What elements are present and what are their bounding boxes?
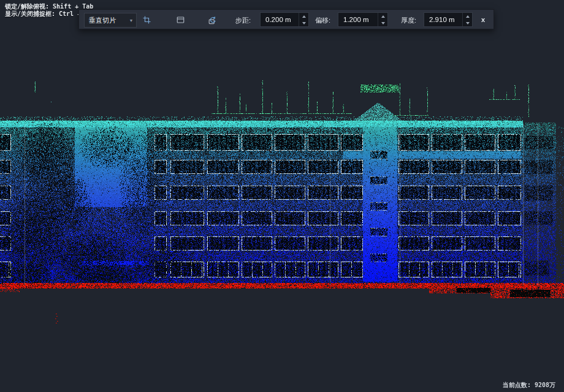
up-arrow-icon xyxy=(302,15,306,18)
thickness-decrement-button[interactable] xyxy=(463,20,472,26)
pointcloud-viewport[interactable] xyxy=(0,0,564,392)
update-slice-button[interactable] xyxy=(205,13,219,26)
thickness-input[interactable] xyxy=(424,13,462,26)
offset-label: 偏移: xyxy=(315,16,330,25)
step-label: 步距: xyxy=(235,16,251,25)
crop-button[interactable] xyxy=(139,13,154,26)
crop-icon xyxy=(142,15,151,24)
close-button[interactable]: x xyxy=(478,14,489,25)
step-decrement-button[interactable] xyxy=(299,20,308,26)
offset-spinner xyxy=(378,13,387,26)
point-count: 当前点数: 9208万 xyxy=(503,381,555,390)
update-slice-icon xyxy=(207,15,217,25)
chevron-down-icon: ▼ xyxy=(126,18,136,23)
up-arrow-icon xyxy=(381,15,385,18)
step-input-group xyxy=(260,12,309,27)
down-arrow-icon xyxy=(381,22,385,24)
down-arrow-icon xyxy=(302,22,306,24)
slice-tool-window: 锁定/解除俯视: Shift + Tab 显示/关闭捕捉框: Ctrl + 鼠标… xyxy=(0,0,564,392)
thickness-spinner xyxy=(462,13,472,26)
slice-mode-value: 垂直切片 xyxy=(85,16,126,25)
panel-icon xyxy=(176,15,185,24)
thickness-increment-button[interactable] xyxy=(463,13,472,20)
slice-mode-select[interactable]: 垂直切片 ▼ xyxy=(84,13,137,28)
up-arrow-icon xyxy=(466,15,470,18)
step-spinner xyxy=(299,13,308,26)
offset-decrement-button[interactable] xyxy=(378,20,387,26)
thickness-input-group xyxy=(424,12,473,27)
down-arrow-icon xyxy=(466,22,470,24)
panel-button[interactable] xyxy=(173,13,188,26)
slice-toolbar: 垂直切片 ▼ xyxy=(78,9,494,29)
offset-input[interactable] xyxy=(338,13,378,26)
step-input[interactable] xyxy=(261,13,299,26)
step-increment-button[interactable] xyxy=(299,13,308,20)
thickness-label: 厚度: xyxy=(401,16,416,25)
offset-increment-button[interactable] xyxy=(378,13,387,20)
status-bar: 当前点数: 9208万 xyxy=(0,380,564,392)
offset-input-group xyxy=(338,12,388,27)
